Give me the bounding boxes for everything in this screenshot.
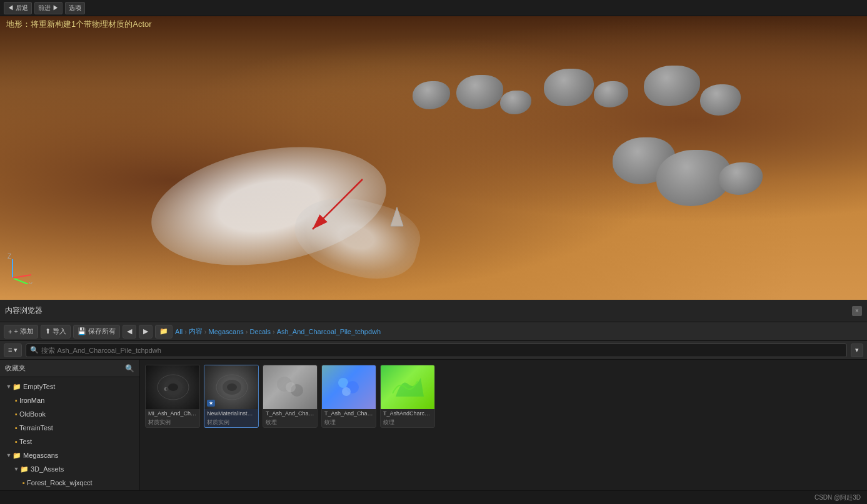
save-all-button[interactable]: 💾 保存所有 (73, 325, 120, 338)
asset-label-1: MI_Ash_And_Charcoal_Pile (146, 409, 199, 418)
add-icon: + (8, 328, 12, 335)
viewport[interactable]: 地形：将重新构建1个带物理材质的Actor Z (0, 0, 867, 300)
asset-type-2: 材质实例 (204, 418, 258, 427)
search-options-button[interactable]: ▾ (851, 343, 863, 357)
sidebar-item-label: Megascans (23, 452, 58, 459)
sidebar-header: 收藏夹 🔍 (0, 360, 139, 377)
breadcrumb-all[interactable]: All (175, 328, 183, 335)
sidebar-item-oldbook[interactable]: ▪ OldBook (0, 407, 139, 421)
svg-text:◐: ◐ (164, 386, 168, 392)
coordinate-axes: Z Y (6, 250, 38, 281)
cursor-indicator (384, 204, 409, 231)
breadcrumb: All › 内容 › Megascans › Decals › Ash_And_… (175, 327, 863, 336)
svg-point-17 (286, 382, 296, 392)
sidebar-item-label: Test (19, 438, 32, 445)
svg-point-14 (227, 383, 237, 391)
expand-icon: ▼ (5, 452, 13, 458)
sidebar-search-icon[interactable]: 🔍 (125, 364, 134, 373)
sidebar-item-emptytest[interactable]: ▼ 📁 EmptyTest (0, 380, 139, 393)
sidebar-title: 收藏夹 (5, 363, 121, 373)
search-icon: 🔍 (30, 346, 39, 354)
status-text: CSDN @阿赶3D (814, 493, 861, 502)
asset-label-5: T_AshAndCharcoalPile_ (381, 409, 434, 418)
asset-type-5: 纹理 (381, 418, 434, 427)
filter-button[interactable]: ≡ ▾ (4, 343, 22, 357)
asset-thumb-3 (263, 365, 318, 409)
sidebar-item-label: OldBook (19, 410, 46, 418)
expand-icon: ▼ (5, 383, 13, 390)
asset-label-3: T_Ash_And_Charcoal_Pile (263, 409, 317, 418)
asset-card-4[interactable]: T_Ash_And_Charcoal_Pile 纹理 (321, 365, 376, 428)
sidebar-item-megascans[interactable]: ▼ 📁 Megascans (0, 448, 139, 462)
svg-text:Z: Z (8, 253, 11, 260)
sidebar-item-3dassets[interactable]: ▼ 📁 3D_Assets (0, 462, 139, 476)
sidebar: 收藏夹 🔍 ▼ 📁 EmptyTest ▪ IronMan ▪ O (0, 360, 140, 490)
asset-thumb-5 (381, 365, 435, 409)
sidebar-item-label: Forest_Rock_wjxqcct (27, 479, 93, 487)
breadcrumb-decals[interactable]: Decals (249, 328, 271, 335)
asset-card-5[interactable]: T_AshAndCharcoalPile_ 纹理 (380, 365, 435, 428)
top-toolbar: ◀ 后退 前进 ▶ 选项 (0, 0, 867, 16)
sidebar-item-test[interactable]: ▪ Test (0, 435, 139, 448)
nav-back-button[interactable]: ◀ (123, 325, 136, 338)
browser-bar: 内容浏览器 × (0, 300, 867, 322)
search-bar: ≡ ▾ 🔍 ▾ (0, 341, 867, 360)
nav-forward-button[interactable]: ▶ (139, 325, 153, 338)
sidebar-item-label: EmptyTest (23, 383, 55, 390)
asset-thumb-1: ◐ (146, 365, 200, 409)
sidebar-item-label: IronMan (19, 397, 44, 404)
main-content: 收藏夹 🔍 ▼ 📁 EmptyTest ▪ IronMan ▪ O (0, 360, 867, 490)
svg-line-5 (13, 278, 28, 284)
add-button[interactable]: + + 添加 (4, 325, 38, 338)
asset-type-4: 纹理 (322, 418, 376, 427)
asset-type-3: 纹理 (263, 418, 317, 427)
sidebar-item-forestrock[interactable]: ▪ Forest_Rock_wjxqcct (0, 476, 139, 490)
sidebar-item-ironman[interactable]: ▪ IronMan (0, 393, 139, 407)
red-arrow-annotation (250, 173, 375, 250)
save-icon: 💾 (78, 327, 86, 335)
svg-point-10 (168, 383, 178, 391)
sidebar-tree: ▼ 📁 EmptyTest ▪ IronMan ▪ OldBook ▪ Te (0, 377, 139, 490)
new-badge: ★ (207, 400, 215, 407)
folder-icon: ▪ (23, 479, 25, 487)
svg-line-2 (313, 179, 363, 229)
asset-label-4: T_Ash_And_Charcoal_Pile (322, 409, 376, 418)
sidebar-item-label: TerrainTest (19, 424, 53, 432)
breadcrumb-ash[interactable]: Ash_And_Charcoal_Pile_tchpdwh (277, 328, 381, 335)
folder-icon: 📁 (20, 465, 29, 473)
status-bar: CSDN @阿赶3D (0, 490, 867, 504)
search-box: 🔍 (26, 343, 847, 357)
folder-icon: ▪ (15, 424, 18, 432)
asset-card-2[interactable]: ★ NewMaterialInstance 材质实例 (204, 365, 259, 428)
expand-icon: ▼ (13, 466, 20, 472)
bottom-panel: 内容浏览器 × + + 添加 ⬆ 导入 💾 保存所有 ◀ ▶ 📁 All › 内… (0, 300, 867, 504)
sidebar-item-terraintest[interactable]: ▪ TerrainTest (0, 421, 139, 435)
viewport-hint: 地形：将重新构建1个带物理材质的Actor (6, 19, 152, 30)
asset-card-1[interactable]: ◐ MI_Ash_And_Charcoal_Pile 材质实例 (145, 365, 200, 428)
folder-icon: ▪ (15, 438, 18, 445)
asset-label-2: NewMaterialInstance (204, 409, 258, 418)
search-input[interactable] (41, 347, 843, 354)
breadcrumb-content[interactable]: 内容 (189, 327, 203, 336)
asset-card-3[interactable]: T_Ash_And_Charcoal_Pile 纹理 (263, 365, 318, 428)
forward-button[interactable]: 前进 ▶ (34, 2, 63, 14)
asset-type-1: 材质实例 (146, 418, 199, 427)
svg-text:Y: Y (29, 281, 33, 284)
import-icon: ⬆ (45, 327, 51, 335)
folder-icon: 📁 (13, 383, 21, 391)
nav-bar: + + 添加 ⬆ 导入 💾 保存所有 ◀ ▶ 📁 All › 内容 › Mega… (0, 322, 867, 341)
browser-title: 内容浏览器 (5, 305, 849, 316)
close-browser-button[interactable]: × (852, 306, 862, 316)
folder-button[interactable]: 📁 (155, 325, 173, 338)
asset-thumb-4 (322, 365, 376, 409)
svg-marker-0 (391, 207, 403, 226)
breadcrumb-megascans[interactable]: Megascans (209, 328, 244, 335)
sidebar-item-label: 3D_Assets (31, 465, 64, 473)
svg-point-20 (342, 387, 351, 396)
asset-area: ◐ MI_Ash_And_Charcoal_Pile 材质实例 (140, 360, 867, 490)
back-button[interactable]: ◀ 后退 (4, 2, 32, 14)
import-button[interactable]: ⬆ 导入 (41, 325, 71, 338)
folder-icon: ▪ (15, 397, 18, 404)
svg-line-7 (13, 275, 31, 278)
options-button[interactable]: 选项 (65, 2, 85, 14)
